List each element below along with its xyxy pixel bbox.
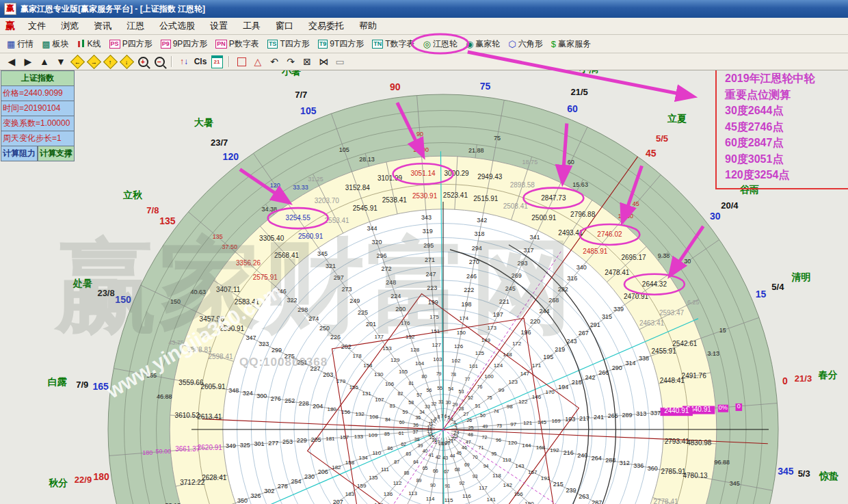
svg-text:31: 31 [438,399,444,404]
fit-view-icon[interactable]: ⋈ [316,55,331,68]
menu-item-9[interactable]: 帮助 [352,18,384,34]
toolbar-六角形[interactable]: ⬡六角形 [505,37,546,51]
svg-text:7/7: 7/7 [295,90,307,100]
svg-text:126: 126 [454,343,464,349]
rotate-cw-icon[interactable]: ↷ [283,55,298,68]
svg-text:22/9: 22/9 [75,475,92,485]
svg-text:268: 268 [548,297,559,304]
svg-text:2598.41: 2598.41 [208,353,233,360]
svg-text:166: 166 [514,491,523,497]
svg-text:2530.91: 2530.91 [412,192,438,200]
svg-text:175: 175 [429,314,439,320]
price-scale-icon[interactable]: ↑↓ [176,55,191,68]
menu-item-1[interactable]: 浏览 [53,18,86,34]
menu-bar: 赢 文件浏览资讯江恩公式选股设置工具窗口交易委托帮助 [0,18,848,35]
calc-resistance-button[interactable]: 计算阻力 [1,146,38,161]
toolbar-板块[interactable]: ▩板块 [38,37,72,51]
calendar-icon[interactable]: 21 [209,55,224,68]
svg-text:249: 249 [349,297,360,304]
toolbar-赢家轮[interactable]: ◉赢家轮 [462,37,503,51]
svg-text:清明: 清明 [791,271,810,282]
annotation-callout-box: 2019年江恩轮中轮重要点位测算30度2644点45度2746点60度2847点… [715,66,848,189]
svg-text:135: 135 [213,233,223,240]
menu-item-7[interactable]: 窗口 [268,18,301,34]
menu-item-3[interactable]: 江恩 [119,18,152,34]
cls-button[interactable]: Cls [193,55,208,68]
drawing-toolbar: ◀▶▲▼←→↑↓+−↑↓Cls21△↶↷⊠⋈▭ [0,53,848,70]
svg-text:144: 144 [522,442,531,449]
toolbar-P四方形[interactable]: PSP四方形 [106,37,156,51]
svg-text:27: 27 [464,412,469,416]
svg-text:142: 142 [503,482,513,488]
svg-text:97: 97 [510,421,516,427]
menu-item-8[interactable]: 交易委托 [301,18,352,34]
delete-box-icon[interactable]: ⊠ [300,55,315,68]
svg-text:117: 117 [479,485,488,491]
svg-text:60: 60 [399,420,405,425]
calc-support-button[interactable]: 计算支撑 [38,146,75,161]
svg-text:0: 0 [782,375,788,386]
svg-text:40: 40 [423,449,428,453]
menu-item-6[interactable]: 工具 [235,18,268,34]
svg-text:275: 275 [284,353,295,360]
svg-text:229: 229 [297,437,307,444]
svg-text:343: 343 [421,214,432,221]
toolbar-P数字表[interactable]: PNP数字表 [212,37,263,51]
svg-text:102: 102 [451,358,461,364]
svg-text:107: 107 [375,397,384,403]
toolbar-赢家服务[interactable]: $赢家服务 [548,37,594,51]
toolbar-9P四方形[interactable]: P99P四方形 [157,37,211,51]
svg-text:181: 181 [326,436,335,442]
toolbar-9T四方形[interactable]: T99T四方形 [315,37,368,51]
toolbar-T数字表[interactable]: TNT数字表 [369,37,418,51]
svg-text:109: 109 [368,432,377,438]
forward-arrow-icon[interactable]: ▶ [21,55,36,68]
menu-items: 文件浏览资讯江恩公式选股设置工具窗口交易委托帮助 [21,18,384,34]
svg-text:202: 202 [341,343,352,350]
svg-text:170: 170 [545,389,555,395]
svg-text:254: 254 [291,478,301,485]
menu-item-2[interactable]: 资讯 [86,18,119,34]
pan-left-icon[interactable]: ← [70,55,85,68]
svg-text:244: 244 [540,308,550,315]
menu-item-5[interactable]: 设置 [202,18,235,34]
svg-text:192: 192 [550,447,559,453]
svg-text:88: 88 [404,470,410,475]
svg-text:338: 338 [639,355,649,362]
down-arrow-icon[interactable]: ▼ [53,55,68,68]
svg-text:323: 323 [259,341,269,347]
svg-text:3407.11: 3407.11 [216,286,241,293]
svg-text:148: 148 [503,352,512,358]
zoom-in-icon[interactable]: + [135,55,150,68]
svg-text:21.88: 21.88 [468,147,484,154]
svg-text:2523.41: 2523.41 [443,191,468,199]
toolbar-江恩轮[interactable]: ◎江恩轮 [420,37,461,51]
sector-blocks-icon: ▩ [42,40,50,49]
svg-text:302: 302 [264,488,274,494]
menu-item-4[interactable]: 公式选股 [152,18,202,34]
up-arrow-icon[interactable]: ▲ [37,55,52,68]
svg-text:58: 58 [408,400,414,405]
pan-down-icon[interactable]: ↓ [119,55,134,68]
pan-up-icon[interactable]: ↑ [103,55,118,68]
main-toolbar: ▦行情▩板块K线PSP四方形P99P四方形PNP数字表TST四方形T99T四方形… [0,35,848,53]
svg-text:317: 317 [524,247,534,254]
toolbar-T四方形[interactable]: TST四方形 [264,37,313,51]
svg-text:3661.37: 3661.37 [175,445,200,453]
toolbar-K线[interactable]: K线 [74,37,105,51]
svg-text:193: 193 [565,416,575,423]
rotate-ccw-icon[interactable]: ↶ [267,55,282,68]
screen-icon[interactable]: ▭ [332,55,347,68]
back-arrow-icon[interactable]: ◀ [4,55,19,68]
svg-text:316: 316 [567,275,577,282]
svg-text:133: 133 [354,434,364,440]
menu-item-0[interactable]: 文件 [21,18,53,34]
callout-line-5: 90度3051点 [725,151,848,168]
square-tool-icon[interactable] [234,55,249,68]
triangle-tool-icon[interactable]: △ [250,55,265,68]
zoom-out-icon[interactable]: − [152,55,167,68]
toolbar-行情[interactable]: ▦行情 [3,37,37,51]
svg-text:153: 153 [382,345,392,352]
svg-text:150: 150 [170,298,181,305]
pan-right-icon[interactable]: → [86,55,101,68]
